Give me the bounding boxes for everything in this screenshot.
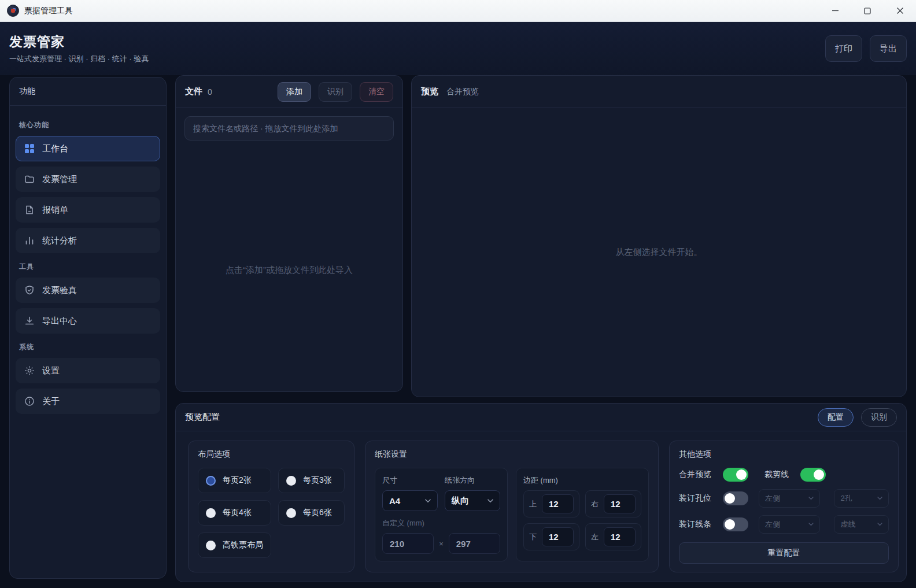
config-panel-title: 预览配置 (185, 412, 220, 423)
toggle-knob (725, 493, 735, 504)
custom-width-input[interactable] (382, 533, 434, 554)
sidebar-item-export-center[interactable]: 导出中心 (16, 308, 160, 334)
sidebar-item-about[interactable]: 关于 (16, 389, 160, 414)
chevron-down-icon (808, 523, 814, 526)
binding-line-side-select[interactable]: 左侧 (759, 515, 820, 534)
sidebar-item-label: 报销单 (42, 205, 68, 216)
recognize-files-button[interactable]: 识别 (319, 82, 352, 102)
sidebar-item-statistics[interactable]: 统计分析 (16, 228, 160, 253)
window-controls (819, 0, 916, 21)
binding-holes-side-select[interactable]: 左侧 (759, 489, 820, 508)
multiply-symbol: × (439, 539, 444, 548)
paper-settings-title: 纸张设置 (375, 449, 649, 460)
sidebar-item-label: 工作台 (42, 143, 68, 154)
sidebar-item-label: 关于 (42, 396, 60, 407)
file-panel-title: 文件 (185, 86, 202, 97)
paper-orientation-select[interactable]: 纵向 (445, 490, 500, 511)
sidebar-item-reimbursement[interactable]: 报销单 (16, 197, 160, 223)
sidebar-item-label: 导出中心 (42, 316, 77, 327)
sidebar-section-core: 核心功能 (19, 120, 157, 130)
margins-subcard: 边距 (mm) 上 右 下 (516, 468, 649, 561)
merge-preview-toggle[interactable] (723, 468, 748, 482)
gear-icon (24, 365, 35, 376)
add-files-button[interactable]: 添加 (278, 82, 311, 102)
margin-bottom-field: 下 (523, 523, 579, 550)
binding-line-label: 装订线条 (679, 519, 723, 530)
sidebar: 功能 核心功能 工作台 发票管理 报销单 统计分析 工具 (9, 77, 167, 579)
print-button[interactable]: 打印 (825, 35, 862, 62)
sidebar-item-invoice-verify[interactable]: 发票验真 (16, 278, 160, 303)
config-tab-button[interactable]: 配置 (818, 408, 854, 427)
paper-size-subcard: 尺寸 A4 纸张方向 纵向 (375, 468, 508, 561)
file-empty-hint: 点击“添加”或拖放文件到此处导入 (226, 265, 353, 276)
file-drop-zone[interactable]: 点击“添加”或拖放文件到此处导入 (176, 149, 402, 391)
layout-option-3-per-page[interactable]: 每页3张 (278, 468, 345, 493)
binding-line-toggle[interactable] (723, 517, 748, 531)
custom-height-input[interactable] (449, 533, 500, 554)
sidebar-title: 功能 (10, 77, 166, 106)
preview-empty-area: 从左侧选择文件开始。 (412, 108, 906, 397)
layout-options-card: 布局选项 每页2张 每页3张 每页4张 每页6张 (188, 441, 354, 572)
crop-line-label: 裁剪线 (764, 469, 800, 480)
maximize-icon[interactable] (851, 0, 884, 21)
file-count-badge: 0 (208, 87, 212, 97)
margin-right-field: 右 (585, 490, 641, 517)
margin-left-input[interactable] (604, 527, 636, 546)
file-panel: 文件 0 添加 识别 清空 点击“添加”或拖放文件到此处导入 (175, 75, 403, 392)
other-options-title: 其他选项 (679, 449, 889, 460)
sidebar-item-label: 统计分析 (42, 235, 77, 246)
download-icon (24, 316, 35, 326)
merge-preview-label: 合并预览 (679, 469, 723, 480)
layout-option-train-ticket[interactable]: 高铁票布局 (198, 532, 271, 558)
close-icon[interactable] (884, 0, 916, 21)
margin-top-input[interactable] (542, 494, 574, 513)
chevron-down-icon (808, 497, 814, 500)
sidebar-item-invoice-management[interactable]: 发票管理 (16, 167, 160, 192)
crop-line-toggle[interactable] (800, 468, 826, 482)
app-logo-icon (7, 5, 19, 17)
recognize-tab-button[interactable]: 识别 (861, 408, 897, 427)
sidebar-section-system: 系统 (19, 342, 157, 352)
binding-holes-count-select[interactable]: 2孔 (834, 489, 889, 508)
paper-settings-card: 纸张设置 尺寸 A4 (365, 441, 659, 572)
layout-option-4-per-page[interactable]: 每页4张 (198, 500, 271, 526)
radio-icon (206, 541, 216, 550)
toggle-knob (725, 519, 735, 530)
minimize-icon[interactable] (819, 0, 851, 21)
binding-line-style-select[interactable]: 虚线 (834, 515, 889, 534)
app-header: 发票管家 一站式发票管理 · 识别 · 归档 · 统计 · 验真 打印 导出 (0, 22, 916, 75)
radio-icon (206, 508, 216, 518)
grid-icon (24, 143, 35, 154)
reset-config-button[interactable]: 重置配置 (679, 542, 889, 564)
margin-bottom-input[interactable] (542, 527, 574, 546)
margin-right-input[interactable] (604, 494, 636, 513)
toggle-knob (736, 469, 747, 480)
layout-option-2-per-page[interactable]: 每页2张 (198, 468, 271, 493)
page-subtitle: 一站式发票管理 · 识别 · 归档 · 统计 · 验真 (9, 54, 149, 64)
binding-holes-toggle[interactable] (723, 491, 748, 505)
window-title: 票据管理工具 (24, 6, 73, 16)
size-label: 尺寸 (382, 475, 438, 486)
file-search-input[interactable] (184, 116, 394, 140)
preview-config-panel: 预览配置 配置 识别 布局选项 每页2张 每页3张 每页4张 (175, 403, 907, 582)
sidebar-item-settings[interactable]: 设置 (16, 358, 160, 383)
preview-mode-label: 合并预览 (446, 87, 479, 97)
radio-icon (286, 508, 296, 518)
layout-options-title: 布局选项 (198, 449, 345, 460)
clear-files-button[interactable]: 清空 (360, 82, 393, 102)
paper-size-select[interactable]: A4 (382, 490, 438, 511)
page-title: 发票管家 (9, 33, 149, 51)
bar-chart-icon (24, 235, 35, 246)
chevron-down-icon (487, 499, 493, 503)
sidebar-item-workbench[interactable]: 工作台 (16, 136, 160, 161)
export-button[interactable]: 导出 (870, 35, 907, 62)
margin-left-field: 左 (585, 523, 641, 550)
binding-holes-label: 装订孔位 (679, 493, 723, 504)
preview-panel: 预览 合并预览 从左侧选择文件开始。 (411, 75, 907, 397)
layout-option-6-per-page[interactable]: 每页6张 (278, 500, 345, 526)
preview-empty-hint: 从左侧选择文件开始。 (616, 247, 703, 258)
sidebar-section-tools: 工具 (19, 262, 157, 272)
sidebar-item-label: 设置 (42, 365, 60, 376)
radio-icon (286, 476, 296, 486)
margins-title: 边距 (mm) (523, 475, 641, 486)
